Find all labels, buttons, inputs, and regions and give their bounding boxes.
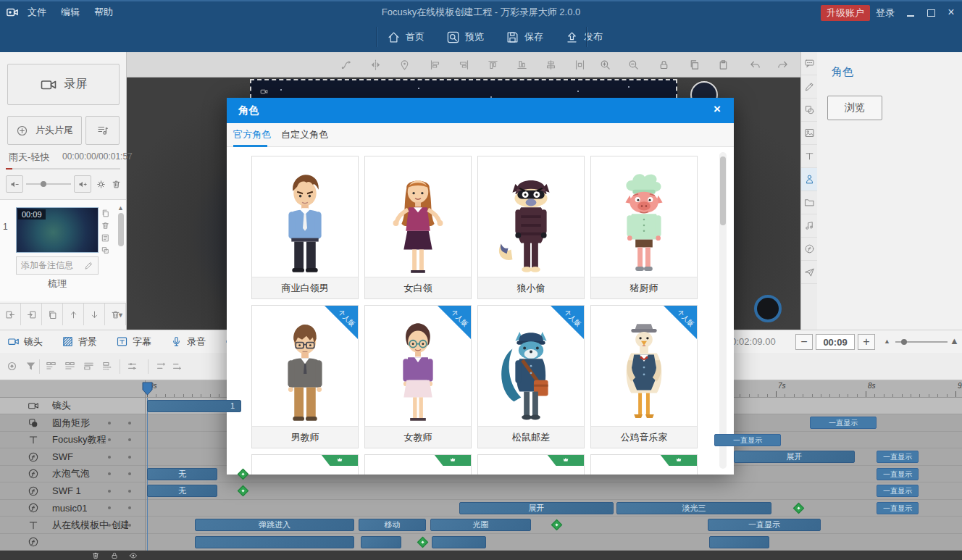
track-dot[interactable]	[108, 456, 111, 459]
character-card-partial[interactable]	[364, 454, 472, 475]
strip-character[interactable]	[801, 168, 818, 191]
track-dot[interactable]	[128, 456, 131, 459]
strip-comment[interactable]	[801, 52, 818, 75]
timeline-bar[interactable]: 一直显示	[708, 519, 821, 531]
strip-shapes[interactable]	[801, 99, 818, 122]
strip-folder[interactable]	[801, 191, 818, 214]
tool-rows-a[interactable]	[45, 360, 57, 372]
slide-scrollbar-thumb[interactable]	[118, 213, 124, 246]
menu-0[interactable]: 文件	[20, 2, 54, 22]
slide-tool-note[interactable]	[101, 233, 112, 243]
canvas-tool-align-bottom[interactable]	[516, 59, 528, 71]
character-card-partial[interactable]	[251, 454, 359, 475]
footer-eye[interactable]	[129, 551, 138, 560]
media-tool-camera[interactable]: 镜头	[7, 335, 43, 348]
strip-image[interactable]	[801, 122, 818, 145]
tool-keyframe-target[interactable]	[6, 360, 18, 372]
track-dot[interactable]	[108, 506, 111, 509]
footer-lock[interactable]	[110, 551, 119, 560]
zoom-in-large-icon[interactable]: ▲	[950, 335, 959, 346]
slide-tool-layers[interactable]	[101, 246, 112, 255]
canvas-tool-flip[interactable]	[369, 59, 382, 71]
volume-up-button[interactable]	[74, 175, 91, 193]
strip-pencil[interactable]	[801, 75, 818, 99]
slide-bottom-tool-trash[interactable]	[105, 304, 126, 325]
media-tool-mic[interactable]: 录音	[170, 335, 206, 348]
strip-text[interactable]	[801, 145, 818, 168]
tab-官方角色[interactable]: 官方角色	[233, 123, 271, 146]
footer-trash[interactable]	[91, 551, 100, 560]
character-card[interactable]: 公鸡音乐家个人版	[590, 305, 698, 448]
volume-down-button[interactable]	[6, 175, 23, 193]
tool-track-plus-a[interactable]	[155, 360, 167, 372]
browse-button[interactable]: 浏览	[827, 96, 882, 120]
timeline-bar[interactable]	[195, 536, 354, 548]
character-card[interactable]: 松鼠邮差个人版	[477, 305, 585, 448]
timeline-bar[interactable]: 展开	[734, 451, 855, 463]
intro-outro-button[interactable]: 片头片尾	[7, 116, 82, 145]
media-tool-bg-hatch[interactable]: 背景	[62, 335, 97, 348]
slide-bottom-tool-copy[interactable]	[42, 304, 63, 325]
scroll-up-icon[interactable]: ▲	[117, 204, 124, 212]
track-dot[interactable]	[108, 438, 111, 441]
timeline-badge[interactable]: 一直显示	[877, 485, 919, 497]
track-dot[interactable]	[128, 490, 131, 493]
upgrade-account-button[interactable]: 升级账户	[821, 5, 870, 21]
character-card[interactable]: 狼小偷	[477, 156, 585, 299]
timeline-bar[interactable]: 光圈	[430, 519, 531, 531]
canvas-tool-zoom-out[interactable]	[627, 59, 640, 71]
strip-flash[interactable]	[801, 238, 818, 261]
canvas-tool-zoom-in[interactable]	[599, 59, 611, 71]
record-screen-button[interactable]: 录屏	[7, 64, 120, 105]
track-dot[interactable]	[108, 524, 111, 527]
dialog-close-button[interactable]: ×	[709, 102, 725, 117]
timeline-bar[interactable]: 无	[147, 485, 217, 497]
canvas-tool-align-middle[interactable]	[545, 59, 557, 71]
canvas-tool-align-left[interactable]	[429, 59, 441, 71]
slide-bottom-tool-arrow-down[interactable]	[84, 304, 105, 325]
canvas-tool-motion-path[interactable]	[340, 59, 353, 71]
menu-2[interactable]: 帮助	[87, 2, 120, 22]
track-dot[interactable]	[128, 422, 131, 425]
main-toolbar-home[interactable]: 首页	[387, 30, 424, 44]
canvas-tool-paste[interactable]	[717, 59, 729, 71]
strip-music[interactable]	[801, 214, 818, 238]
character-card[interactable]: 猪厨师	[590, 156, 698, 299]
canvas-tool-align-top[interactable]	[487, 59, 499, 71]
dialog-scrollbar-thumb[interactable]	[720, 156, 726, 225]
timeline-badge[interactable]: 一直显示	[877, 468, 919, 480]
character-card[interactable]: 男教师个人版	[251, 305, 359, 448]
main-toolbar-preview[interactable]: 预览	[446, 30, 484, 44]
menu-1[interactable]: 编辑	[54, 2, 87, 22]
character-card-partial[interactable]	[590, 454, 698, 475]
duration-minus-button[interactable]: −	[795, 334, 813, 350]
music-playlist-button[interactable]	[85, 116, 120, 145]
character-card-partial[interactable]	[477, 454, 585, 475]
track-dot[interactable]	[108, 472, 111, 475]
music-progress-track[interactable]	[6, 168, 120, 170]
timeline-zoom-knob[interactable]	[901, 339, 907, 345]
slide-tool-copy[interactable]	[101, 209, 112, 218]
tool-rows-b[interactable]	[64, 360, 76, 372]
login-button[interactable]: 登录	[873, 5, 898, 21]
main-toolbar-floppy[interactable]: 保存	[506, 30, 543, 44]
canvas-tool-redo[interactable]	[777, 59, 789, 71]
track-dot[interactable]	[128, 438, 131, 441]
timeline-zoom-slider[interactable]	[895, 341, 948, 343]
slide-tool-trash[interactable]	[101, 221, 112, 230]
maximize-button[interactable]	[923, 7, 939, 18]
canvas-tool-pin-lock[interactable]	[398, 59, 411, 71]
timeline-bar[interactable]: 无	[147, 468, 217, 480]
minimize-button[interactable]	[903, 7, 919, 18]
zoom-out-small-icon[interactable]: ▲	[884, 338, 890, 345]
slide-note-input[interactable]: 添加备注信息	[16, 256, 99, 275]
timeline-bar[interactable]: 1	[147, 400, 241, 412]
close-button[interactable]: ×	[943, 7, 959, 18]
timeline-bar[interactable]	[432, 536, 486, 548]
slide-bottom-tool-arrow-up[interactable]	[63, 304, 84, 325]
media-tool-subtitle[interactable]: 字幕	[116, 335, 151, 348]
timeline-badge[interactable]: 一直显示	[810, 417, 877, 429]
tool-rows-d[interactable]	[101, 360, 114, 372]
canvas-tool-copy[interactable]	[688, 59, 700, 71]
timeline-bar[interactable]: 展开	[459, 502, 614, 514]
